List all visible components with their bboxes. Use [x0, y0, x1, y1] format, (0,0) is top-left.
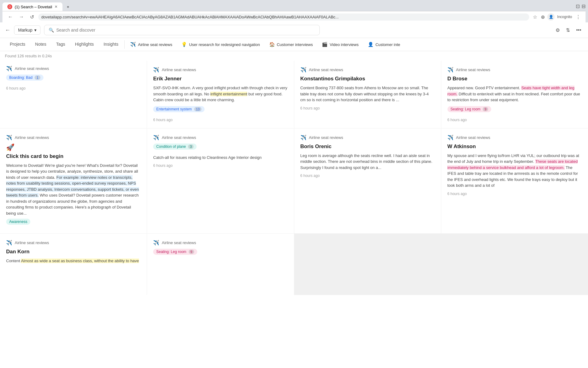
- app-nav: Projects Notes Tags Highlights Insights …: [0, 38, 588, 51]
- results-bar: Found 126 results in 0.24s: [0, 51, 588, 61]
- tab-bar: D (1) Search – Dovetail ✕ + ⊡ ⊟: [2, 2, 586, 11]
- card-4-project: ✈️ Airline seat reviews: [447, 67, 582, 73]
- card-8-text: My spouse and I were flying to/from LHR …: [447, 153, 582, 189]
- tab-airline-label: Airline seat reviews: [138, 42, 172, 47]
- card-6[interactable]: ✈️ Airline seat reviews Condition of pla…: [147, 128, 294, 234]
- card-6-count: 3: [188, 144, 194, 149]
- card-2-highlight: inflight entertainment: [210, 92, 247, 96]
- card-4-count: 9: [483, 107, 488, 111]
- card-9[interactable]: ✈️ Airline seat reviews Dan Korn Content…: [0, 234, 147, 295]
- customerinterviews-icon: 🏠: [269, 42, 275, 47]
- markup-label: Markup: [18, 28, 32, 33]
- app-toolbar: ← Markup ▾ 🔍 ⚙ ⇅ •••: [0, 22, 588, 38]
- card-1-tag: Boarding: Bad 1: [6, 75, 141, 83]
- more-btn[interactable]: •••: [574, 26, 583, 34]
- nav-tags[interactable]: Tags: [51, 38, 70, 51]
- nav-highlights[interactable]: Highlights: [70, 38, 99, 51]
- extension-icon[interactable]: ⊕: [540, 13, 546, 21]
- markup-dropdown[interactable]: Markup ▾: [14, 25, 40, 35]
- card-3-proj-name: Airline seat reviews: [309, 67, 343, 72]
- search-bar: 🔍: [44, 25, 320, 35]
- card-5-highlight: For example: interview notes or transcri…: [6, 175, 139, 198]
- card-7-project: ✈️ Airline seat reviews: [300, 135, 435, 140]
- card-4[interactable]: ✈️ Airline seat reviews D Brose Appeared…: [441, 61, 588, 128]
- tab-userresearch[interactable]: 💡 User research for redesigned navigatio…: [177, 39, 264, 50]
- card-6-proj-icon: ✈️: [153, 135, 159, 140]
- tab-customerinterviews[interactable]: 🏠 Customer interviews: [265, 39, 317, 50]
- nav-insights[interactable]: Insights: [99, 38, 123, 51]
- card-9-title: Dan Korn: [6, 249, 141, 255]
- card-1[interactable]: ✈️ Airline seat reviews Boarding: Bad 1 …: [0, 61, 147, 128]
- card-7[interactable]: ✈️ Airline seat reviews Boris Orenic Leg…: [294, 128, 441, 234]
- new-tab-btn[interactable]: +: [64, 3, 72, 10]
- menu-icon[interactable]: ⋮: [575, 13, 582, 21]
- nav-notes[interactable]: Notes: [30, 38, 51, 51]
- card-5-badge: Awareness: [6, 219, 30, 225]
- back-btn[interactable]: ←: [5, 27, 10, 33]
- card-1-proj-icon: ✈️: [6, 66, 12, 71]
- card-3[interactable]: ✈️ Airline seat reviews Konstantinos Gri…: [294, 61, 441, 128]
- card-8-proj-icon: ✈️: [447, 135, 454, 140]
- videointerviews-icon: 🎬: [322, 42, 328, 47]
- reload-btn[interactable]: ↺: [28, 13, 36, 21]
- nav-projects[interactable]: Projects: [5, 38, 30, 51]
- card-1-badge: Boarding: Bad 1: [6, 75, 43, 81]
- sort-btn[interactable]: ⇅: [564, 26, 572, 34]
- address-input[interactable]: [38, 13, 529, 21]
- card-4-highlight: Seats have tight width and leg room.: [447, 86, 575, 96]
- tab-favicon: D: [7, 4, 12, 9]
- customerinte2-icon: 👤: [368, 42, 374, 47]
- address-bar: ← → ↺ ☆ ⊕ 👤 Incognito ⋮: [2, 11, 586, 22]
- card-9-text: Content Almost as wide a seat as busines…: [6, 258, 141, 264]
- tab-airline[interactable]: ✈️ Airline seat reviews: [126, 39, 176, 50]
- card-10-count: 9: [189, 250, 194, 254]
- card-7-proj-name: Airline seat reviews: [309, 135, 343, 140]
- card-2[interactable]: ✈️ Airline seat reviews Erik Jenner SXF-…: [147, 61, 294, 128]
- card-5-tag-container: Awareness: [6, 219, 141, 227]
- profile-icon[interactable]: 👤: [547, 13, 555, 21]
- card-8[interactable]: ✈️ Airline seat reviews W Atkinson My sp…: [441, 128, 588, 234]
- card-8-highlight: These seats are located immediately behi…: [447, 159, 578, 170]
- card-5[interactable]: ✈️ Airline seat reviews 🚀 Click this car…: [0, 128, 147, 234]
- card-5-proj-icon: ✈️: [6, 135, 12, 140]
- card-9-proj-name: Airline seat reviews: [15, 240, 49, 245]
- card-4-proj-icon: ✈️: [447, 67, 454, 73]
- tab-customerinte2[interactable]: 👤 Customer inte: [364, 39, 405, 50]
- bookmark-icon[interactable]: ☆: [532, 13, 538, 21]
- incognito-label: Incognito: [556, 14, 573, 20]
- card-7-title: Boris Orenic: [300, 144, 435, 150]
- filter-btn[interactable]: ⚙: [554, 26, 562, 34]
- card-8-time: 6 hours ago: [447, 192, 582, 196]
- tab-videointerviews[interactable]: 🎬 Video interviews: [318, 39, 363, 50]
- restore-icon[interactable]: ⊡: [576, 3, 580, 9]
- card-5-title: Click this card to begin: [6, 153, 141, 159]
- card-2-badge: Entertainment system 13: [153, 106, 205, 112]
- nav-divider: [124, 40, 125, 49]
- app: ← Markup ▾ 🔍 ⚙ ⇅ ••• Projects Notes Tags…: [0, 22, 588, 368]
- card-10-proj-icon: ✈️: [153, 240, 159, 246]
- forward-nav-btn[interactable]: →: [17, 13, 26, 20]
- tab-close-btn[interactable]: ✕: [55, 5, 58, 9]
- results-summary: Found 126 results in 0.24s: [5, 54, 52, 58]
- active-tab[interactable]: D (1) Search – Dovetail ✕: [2, 2, 62, 11]
- card-3-title: Konstantinos Grimpilakos: [300, 76, 435, 82]
- back-nav-btn[interactable]: ←: [6, 13, 15, 20]
- card-2-proj-icon: ✈️: [153, 67, 159, 73]
- card-10-project: ✈️ Airline seat reviews: [153, 240, 288, 246]
- card-3-proj-icon: ✈️: [300, 67, 307, 73]
- card-5-text: Welcome to Dovetail! We're glad you're h…: [6, 163, 141, 217]
- minimize-icon[interactable]: ⊟: [582, 3, 586, 9]
- card-4-time: 6 hours ago: [447, 118, 582, 122]
- card-2-time: 6 hours ago: [153, 118, 288, 122]
- card-1-proj-name: Airline seat reviews: [15, 66, 49, 71]
- card-1-time: 6 hours ago: [6, 86, 141, 90]
- card-6-badge: Condition of plane 3: [153, 144, 197, 150]
- search-icon: 🔍: [49, 28, 54, 33]
- tab-customerinte2-label: Customer inte: [375, 42, 400, 47]
- card-8-project: ✈️ Airline seat reviews: [447, 135, 582, 140]
- card-1-project: ✈️ Airline seat reviews: [6, 66, 141, 71]
- tab-title: (1) Search – Dovetail: [15, 5, 52, 9]
- card-10[interactable]: ✈️ Airline seat reviews Seating: Leg roo…: [147, 234, 294, 295]
- card-5-emoji: 🚀: [6, 144, 141, 151]
- search-input[interactable]: [56, 28, 315, 33]
